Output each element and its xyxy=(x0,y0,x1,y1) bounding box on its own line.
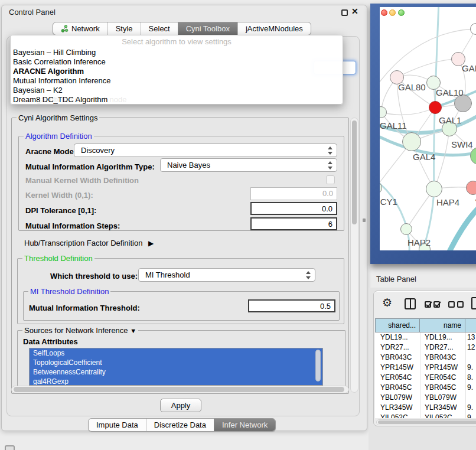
menu-item-mutual-information[interactable]: Mutual Information Inference xyxy=(13,76,340,86)
gear-icon[interactable]: ⚙ xyxy=(382,296,392,309)
settings-group-title: Cyni Algorithm Settings xyxy=(17,113,99,122)
list-item-betweennesscentrality[interactable]: BetweennessCentrality xyxy=(30,367,322,377)
tab-discretize-data[interactable]: Discretize Data xyxy=(146,419,214,431)
aracne-mode-select[interactable]: Discovery xyxy=(74,144,337,157)
table-row[interactable]: YDL19...YDL19...13 xyxy=(375,332,476,343)
tab-jactivemnodules[interactable]: jActiveMNodules xyxy=(237,22,311,35)
panel-title: Control Panel xyxy=(9,8,56,17)
table-row[interactable]: YPR145WYPR145W9. xyxy=(375,363,476,373)
float-window-icon[interactable] xyxy=(341,9,348,16)
select-all-checkbox-icon[interactable] xyxy=(433,301,440,308)
table-horizontal-scrollbar[interactable] xyxy=(376,419,476,425)
menu-item-dream8[interactable]: Dream8 DC_TDC Algorithm xyxy=(13,95,340,105)
tab-infer-network[interactable]: Infer Network xyxy=(214,419,275,431)
table-row[interactable]: YER054CYER054C8. xyxy=(375,373,476,383)
network-node[interactable] xyxy=(466,181,476,195)
mi-threshold-group-title: MI Threshold Definition xyxy=(28,287,110,296)
table-row[interactable]: YIL052CYIL052C9. xyxy=(375,413,476,418)
tab-network[interactable]: Network xyxy=(53,22,107,35)
document-icon[interactable] xyxy=(471,297,476,309)
algorithm-dropdown-popup: Select algorithm to view settings gal-fi… xyxy=(10,35,343,105)
spinner-arrows-icon xyxy=(306,271,311,279)
network-canvas[interactable]: GAL GAL80 GAL10 GAL1 GAL11 SWI4 GAL4 GCY… xyxy=(380,7,476,250)
kernel-width-field[interactable]: 0.0 xyxy=(250,187,337,200)
columns-icon[interactable] xyxy=(405,298,416,309)
node-label: GAL4 xyxy=(413,152,435,162)
table-body: YDL19...YDL19...13 YDR27...YDR27...12 YB… xyxy=(375,332,476,418)
sources-group-title[interactable]: Sources for Network Inference ▼ xyxy=(22,326,138,335)
mi-algorithm-type-label: Mutual Information Algorithm Type: xyxy=(25,162,155,171)
unselect-checkbox-icon[interactable] xyxy=(448,301,455,308)
table-panel-window: ⚙ shared... name YDL19...YDL19...13 YDR2… xyxy=(373,291,476,426)
spinner-arrows-icon xyxy=(328,161,333,169)
tab-network-label: Network xyxy=(71,24,100,33)
node-label: SWI4 xyxy=(451,139,473,149)
settings-vertical-scrollbar[interactable] xyxy=(350,118,358,393)
menu-item-bayesian-k2[interactable]: Bayesian – K2 xyxy=(13,86,340,95)
close-icon[interactable]: ✕ xyxy=(351,6,358,16)
tab-select[interactable]: Select xyxy=(141,22,178,35)
scrollbar-thumb[interactable] xyxy=(378,420,476,424)
list-item-topologicalcoefficient[interactable]: TopologicalCoefficient xyxy=(30,358,322,367)
which-threshold-label: Which threshold to use: xyxy=(50,272,138,281)
mi-steps-field[interactable]: 6 xyxy=(250,217,337,230)
manual-kernel-width-label: Manual Kernel Width Definition xyxy=(25,176,139,185)
menu-item-bayesian-hill-climbing[interactable]: Bayesian – Hill Climbing xyxy=(13,48,340,57)
column-header-shared[interactable]: shared... xyxy=(375,318,420,332)
network-node[interactable] xyxy=(400,223,412,235)
data-attributes-label: Data Attributes xyxy=(23,337,78,346)
unselect-checkbox-icon[interactable] xyxy=(457,301,464,308)
spinner-arrows-icon xyxy=(328,146,333,155)
tab-impute-data[interactable]: Impute Data xyxy=(89,419,146,431)
node-label: GCY1 xyxy=(380,197,397,207)
network-node[interactable] xyxy=(426,181,442,197)
kernel-width-label: Kernel Width (0,1): xyxy=(25,191,93,200)
network-node-selected[interactable] xyxy=(429,101,442,114)
table-row[interactable]: YBR043CYBR043C xyxy=(375,353,476,363)
scrollbar-thumb[interactable] xyxy=(352,120,357,224)
scrollbar-thumb[interactable] xyxy=(14,387,344,392)
mi-steps-label: Mutual Information Steps: xyxy=(25,221,120,230)
which-threshold-select[interactable]: MI Threshold xyxy=(138,268,315,282)
hub-definition-section[interactable]: Hub/Transcription Factor Definition ▶ xyxy=(24,239,154,247)
data-attributes-list: SelfLoops TopologicalCoefficient Between… xyxy=(29,348,323,386)
list-item-selfloops[interactable]: SelfLoops xyxy=(30,348,322,358)
attribute-list-scrollbar[interactable] xyxy=(315,350,321,381)
table-row[interactable]: YBR045CYBR045C9. xyxy=(375,383,476,393)
node-label: GAL xyxy=(462,63,476,73)
collapsed-panel-icon[interactable] xyxy=(5,445,15,450)
column-header-name[interactable]: name xyxy=(420,318,465,332)
node-label: HAP4 xyxy=(436,197,459,207)
bottom-tabbar: Impute Data Discretize Data Infer Networ… xyxy=(88,418,276,432)
manual-kernel-width-checkbox[interactable] xyxy=(326,175,335,184)
panel-splitter-handle[interactable] xyxy=(363,219,366,222)
table-row[interactable]: YDR27...YDR27...12 xyxy=(375,343,476,353)
menu-item-basic-correlation[interactable]: Basic Correlation Inference xyxy=(13,57,340,67)
mi-algorithm-type-select[interactable]: Naive Bayes xyxy=(160,158,337,172)
tab-cyni-toolbox[interactable]: Cyni Toolbox xyxy=(178,22,237,35)
settings-horizontal-scrollbar[interactable] xyxy=(11,386,349,393)
control-panel-tabbar: Network Style Select Cyni Toolbox jActiv… xyxy=(53,22,311,35)
algorithm-placeholder: Select algorithm to view settings xyxy=(11,37,343,46)
apply-button[interactable]: Apply xyxy=(160,399,201,412)
node-label: GAL1 xyxy=(439,115,461,125)
column-header-extra[interactable] xyxy=(465,318,476,332)
mi-threshold-field[interactable]: 0.5 xyxy=(248,299,335,312)
tab-style[interactable]: Style xyxy=(107,22,141,35)
network-node[interactable] xyxy=(402,132,421,151)
select-all-checkbox-icon[interactable] xyxy=(425,301,431,308)
node-label: GAL10 xyxy=(436,87,464,97)
algorithm-definition-title: Algorithm Definition xyxy=(24,132,94,141)
aracne-mode-label: Aracne Mode: xyxy=(25,147,76,156)
column-divider xyxy=(420,332,420,418)
node-label: GAL80 xyxy=(398,82,426,92)
table-row[interactable]: YLR345WYLR345W9. xyxy=(375,403,476,413)
network-view-window: GAL GAL80 GAL10 GAL1 GAL11 SWI4 GAL4 GCY… xyxy=(370,4,476,264)
list-item-gal4rgexp[interactable]: gal4RGexp xyxy=(30,377,322,386)
table-row[interactable]: YBL079WYBL079W xyxy=(375,393,476,403)
node-label: GAL11 xyxy=(380,120,407,131)
application-root: Control Panel ✕ Network Style Select Cyn… xyxy=(0,0,476,450)
dpi-tolerance-field[interactable]: 0.0 xyxy=(250,202,337,215)
chevron-right-icon: ▶ xyxy=(148,239,154,247)
menu-item-aracne[interactable]: ARACNE Algorithm xyxy=(13,67,340,76)
